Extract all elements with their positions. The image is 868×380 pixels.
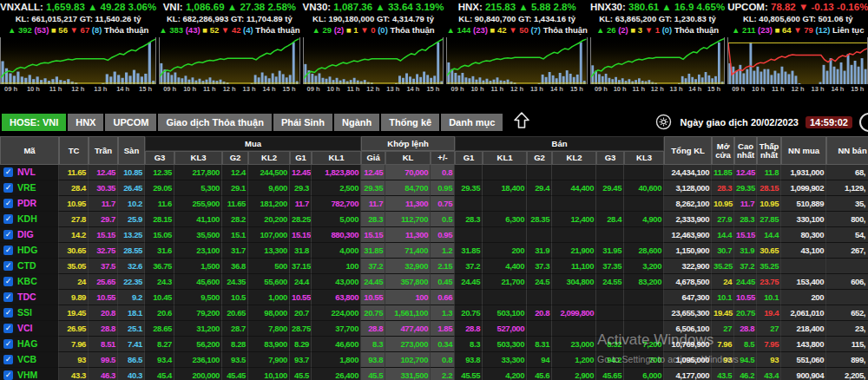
cell-mo-cua: 24: [712, 274, 734, 290]
cell-tc: 11.65: [59, 165, 89, 180]
cell-nn-ban: 35,: [826, 196, 868, 212]
cell-match-KL: 112,700: [385, 212, 431, 227]
col-header-mua-G3[interactable]: G3: [145, 151, 174, 165]
col-header-khop-KL[interactable]: KL: [385, 151, 431, 165]
col-header-tong-kl[interactable]: Tổng KL: [664, 136, 712, 165]
stock-row-VRE[interactable]: ✓VRE28.430.3526.4529.055,30029.19,60029.…: [0, 180, 868, 196]
cell-match-chg: 1.85: [431, 321, 455, 337]
row-checkbox[interactable]: ✓: [3, 339, 13, 349]
col-header-khop-Gi[interactable]: Giá: [361, 151, 385, 165]
col-header-mua-G2[interactable]: G2: [222, 151, 248, 165]
index-panel-VN30[interactable]: VN30: 1,087.36 ▲ 33.64 3.19%KL: 190,180,…: [303, 0, 444, 108]
cell-sell-G2: 37.3: [527, 259, 552, 274]
col-header-tc[interactable]: TC: [59, 136, 89, 165]
col-header-ban-G3[interactable]: G3: [596, 151, 624, 165]
cell-cao-nhat: 31.9: [734, 243, 757, 259]
col-header-ban-G2[interactable]: G2: [527, 151, 552, 165]
row-checkbox[interactable]: ✓: [3, 308, 13, 318]
stock-row-HDG[interactable]: ✓HDG30.6532.7528.5531.623,10031.713,3003…: [0, 243, 868, 259]
row-checkbox[interactable]: ✓: [3, 183, 13, 193]
row-checkbox[interactable]: ✓: [3, 370, 13, 380]
settings-gear-icon[interactable]: [655, 114, 672, 130]
cell-buy-G2: 15.1: [222, 227, 248, 243]
index-panel-HNX30[interactable]: HNX30: 380.61 ▲ 16.9 4.65%KL: 63,865,200…: [590, 0, 725, 108]
col-header-mua-KL3[interactable]: KL3: [174, 151, 222, 165]
tab-danh-m-c[interactable]: Danh mục: [441, 114, 503, 131]
row-checkbox[interactable]: ✓: [3, 324, 13, 333]
stock-row-NVL[interactable]: ✓NVL11.6512.4510.8512.35217,80012.4244,5…: [0, 165, 868, 180]
col-header-khop-+-[interactable]: +/-: [431, 151, 455, 165]
col-header-tran[interactable]: Trần: [89, 136, 118, 165]
row-checkbox[interactable]: ✓: [3, 292, 13, 302]
cell-tc: 9.89: [59, 290, 89, 305]
index-panel-UPCOM[interactable]: UPCOM: 78.82 ▼ -0.13 -0.16%KL: 40,805,60…: [727, 0, 868, 108]
cell-buy-G2: 28.2: [222, 212, 248, 227]
stock-row-VCB[interactable]: ✓VCB9399.586.593.4236,10093.57,90093.71,…: [0, 352, 868, 368]
stock-row-TDC[interactable]: ✓TDC9.8910.559.210.459,50010.51,00010.55…: [0, 290, 868, 305]
tab-ph-i-sinh[interactable]: Phái Sinh: [273, 114, 332, 131]
tab-giao-d-ch-th-a-thu-n[interactable]: Giao dịch Thỏa thuận: [158, 114, 271, 131]
stock-row-KBC[interactable]: ✓KBC2425.6522.3524.345,60024.3555,60024.…: [0, 274, 868, 290]
cell-match-Giá: 93.8: [361, 352, 385, 368]
index-panel-VNXALL[interactable]: VNXALL: 1,659.83 ▲ 49.28 3.06%KL: 661,01…: [0, 0, 156, 108]
tab-ng-nh[interactable]: Ngành: [334, 114, 379, 131]
col-header-nn-ban[interactable]: NN bán: [826, 136, 868, 165]
time-axis: 09 h10 h11 h12 h13 h14 h15 h: [303, 84, 444, 93]
row-checkbox[interactable]: ✓: [3, 261, 13, 271]
cell-buy-G1: 45.5: [290, 368, 312, 380]
time-axis-label: 15 h: [139, 85, 152, 93]
stock-row-HAG[interactable]: ✓HAG7.968.517.418.2756,2008.2883,9008.29…: [0, 337, 868, 352]
col-header-san[interactable]: Sàn: [118, 136, 145, 165]
col-header-mua-KL1[interactable]: KL1: [312, 151, 361, 165]
cell-tran: 15.15: [89, 227, 118, 243]
col-header-mua-G1[interactable]: G1: [290, 151, 312, 165]
col-header-mo-cua[interactable]: Mở cửa: [712, 136, 734, 165]
col-header-ban-KL2[interactable]: KL2: [552, 151, 596, 165]
col-header-ban-KL3[interactable]: KL3: [624, 151, 664, 165]
cell-cao-nhat: 28.3: [734, 212, 757, 227]
ticker-symbol: VRE: [17, 182, 36, 193]
cell-sell-KL1: 18,400: [483, 180, 527, 196]
stock-row-PDR[interactable]: ✓PDR10.9511.710.211.6255,90011.65181,200…: [0, 196, 868, 212]
edge-circle-icon[interactable]: [859, 113, 868, 132]
stock-row-KDH[interactable]: ✓KDH27.829.725.928.1541,10028.220,20028.…: [0, 212, 868, 227]
row-checkbox[interactable]: ✓: [3, 355, 13, 364]
row-checkbox[interactable]: ✓: [3, 199, 13, 208]
group-header-ban: Bán: [455, 136, 664, 151]
col-header-thap-nhat[interactable]: Thấp nhất: [757, 136, 781, 165]
cell-symbol: ✓VCB: [0, 352, 59, 368]
cell-buy-KL1: 4,000: [312, 243, 361, 259]
col-header-mua-KL2[interactable]: KL2: [248, 151, 290, 165]
index-panel-HNX[interactable]: HNX: 215.83 ▲ 5.88 2.8%KL: 90,840,700 GT…: [446, 0, 587, 108]
cell-nn-ban: 606,: [826, 274, 868, 290]
col-header-nn-mua[interactable]: NN mua: [781, 136, 826, 165]
cell-sell-KL2: 2,099,800: [552, 305, 596, 321]
tab-upcom[interactable]: UPCOM: [105, 114, 156, 131]
stock-row-SSI[interactable]: ✓SSI19.4520.818.120.679,20020.6598,00020…: [0, 305, 868, 321]
col-header-ma[interactable]: Mã: [0, 136, 59, 165]
row-checkbox[interactable]: ✓: [3, 277, 13, 286]
row-checkbox[interactable]: ✓: [3, 230, 13, 239]
stock-row-VHM[interactable]: ✓VHM43.346.340.345.4200,00045.4510,10045…: [0, 368, 868, 380]
row-checkbox[interactable]: ✓: [3, 167, 13, 177]
row-checkbox[interactable]: ✓: [3, 214, 13, 224]
row-checkbox[interactable]: ✓: [3, 246, 13, 255]
stock-row-CTD[interactable]: ✓CTD35.0537.532.636.751,50036.850037.151…: [0, 259, 868, 274]
index-panel-VNI[interactable]: VNI: 1,086.69 ▲ 27.38 2.58%KL: 682,286,9…: [159, 0, 299, 108]
cell-sell-G3: 24.55: [596, 274, 624, 290]
tab-hnx[interactable]: HNX: [68, 114, 103, 131]
tab-th-ng-k-[interactable]: Thống kê: [381, 114, 439, 131]
cell-thap-nhat: 23.75: [757, 274, 781, 290]
cell-thap-nhat: 27.85: [757, 212, 781, 227]
tab-hose-vni[interactable]: HOSE: VNI: [2, 114, 66, 131]
cell-sell-KL2: [552, 196, 596, 212]
cell-match-KL: 273,000: [385, 337, 431, 352]
collapse-arrow-icon[interactable]: [512, 111, 531, 134]
stock-row-DIG[interactable]: ✓DIG14.215.1513.2515.0535,50015.1107,000…: [0, 227, 868, 243]
cell-thap-nhat: 14.4: [757, 227, 781, 243]
stock-row-VCI[interactable]: ✓VCI26.9528.825.128.6531,20028.77,80028.…: [0, 321, 868, 337]
col-header-cao-nhat[interactable]: Cao nhất: [734, 136, 757, 165]
col-header-ban-KL1[interactable]: KL1: [483, 151, 527, 165]
col-header-ban-G1[interactable]: G1: [455, 151, 483, 165]
cell-sell-G2: 29.4: [527, 180, 552, 196]
